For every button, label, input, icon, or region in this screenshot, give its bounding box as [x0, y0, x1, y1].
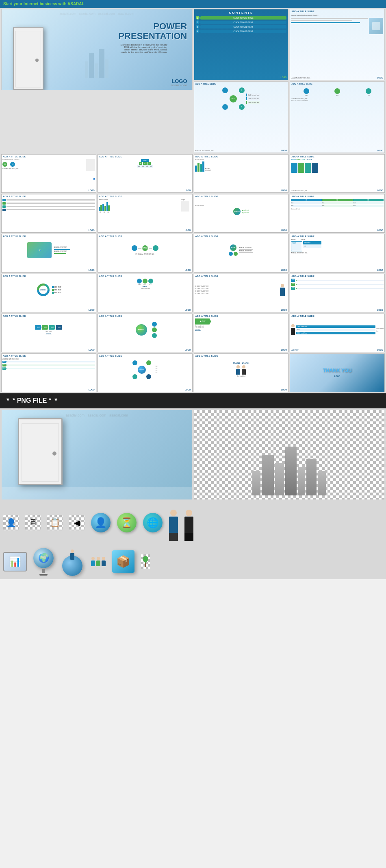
banner-brand: ASADAL: [67, 2, 85, 6]
icon-people-group: [91, 557, 106, 566]
thank-you-slide[interactable]: THANK YOU LOGO: [290, 353, 385, 392]
slide-row6-1[interactable]: ADD A TITLE SLIDE TEXT TEXT TEXT TEXT AD…: [1, 314, 96, 352]
slide-body: Asadal started its business... 09 10 ASA…: [2, 158, 96, 183]
slide-row2-2[interactable]: ADD A TITLE SLIDE TOP A B C sub sub sub …: [98, 154, 193, 193]
contents-slide[interactable]: CONTENTS 1 CLICK TO ADD TITLE 2 CLICK TO…: [194, 9, 289, 80]
slide-thumb-2[interactable]: ADD A TITLE SLIDE TEXT T T T T Click to …: [194, 81, 289, 153]
icon-doc-square: 📋: [47, 515, 63, 530]
icon-sapling: [141, 554, 150, 569]
banner-prefix: Start your Internet business with: [3, 2, 67, 6]
png-door-asset: asadal.com asadal.com asadal.com: [2, 410, 192, 499]
icon-package-box: 📦: [112, 550, 134, 573]
slide-row4-3[interactable]: ADD A TITLE SLIDE ASADAL ASADAL INTERNET…: [194, 234, 289, 273]
hero-logo: LOGO: [171, 78, 187, 84]
slide-row2-4[interactable]: ADD A TITLE SLIDE STEP 1 STEP 2 STEP 3 S…: [290, 154, 385, 193]
slide-thumb-1[interactable]: ADD A TITLE SLIDE Asadal started its bus…: [290, 9, 385, 80]
slide-row5-4[interactable]: ADD A TITLE SLIDE TEXT TEXT TEXT LOGO: [290, 274, 385, 312]
hero-subtitle: Started its business in Seoul Korea in F…: [118, 44, 167, 53]
icon-monitor-square: 🖥: [25, 515, 41, 530]
slide-row7-1[interactable]: ADD A TITLE SLIDE ASADAL INTERNET, INC. …: [1, 353, 96, 392]
slide-row2-1[interactable]: ADD A TITLE SLIDE Asadal started its bus…: [1, 154, 96, 193]
slide-row5-3[interactable]: ADD A TITLE SLIDE EL CLICK TO ADD TEXT E…: [194, 274, 289, 312]
top-banner: Start your Internet business with ASADAL: [0, 0, 386, 8]
slide-row3-3[interactable]: ADD A TITLE SLIDE Asadal started... ASAD…: [194, 194, 289, 233]
icon-clock-circle-green: ⏳: [117, 513, 137, 532]
slide-row7-2[interactable]: ADD A TITLE SLIDE ASADAL TEXTTEXTTEXTTEX…: [98, 353, 193, 392]
slide-row3-1[interactable]: ADD A TITLE SLIDE LOGO: [1, 194, 96, 233]
slide-row4-1[interactable]: ADD A TITLE SLIDE 🌍 ASADAL INTERNET ASAD…: [1, 234, 96, 273]
png-label: * PNG FILE *: [13, 397, 51, 404]
hero-title: POWERPRESENTATION: [118, 22, 187, 41]
slide-row7-3[interactable]: ADD A TITLE SLIDE ASADAL ASADAL Click to…: [194, 353, 289, 392]
contents-title: CONTENTS: [196, 11, 287, 15]
hero-slide[interactable]: asadal.com asadal.com asadal.com asadal.…: [1, 9, 193, 90]
thank-you-logo: LOGO: [334, 375, 340, 377]
icon-globe-stand: 🌍: [33, 548, 54, 576]
banner-text: Start your Internet business with ASADAL: [3, 2, 85, 6]
icon-globe-circle-teal: 🌐: [143, 513, 163, 532]
slide-title: ADD A TITLE SLIDE: [2, 155, 96, 158]
slide-row5-2[interactable]: ADD A TITLE SLIDE TEXT TEXT TEXT ASADAL …: [98, 274, 193, 312]
hero-logo-sub: INSERT LOGO: [171, 84, 187, 87]
business-woman: [184, 504, 193, 541]
icon-man-on-globe: [60, 547, 85, 576]
slide-row5-1[interactable]: ADD A TITLE SLIDE ASADAL ADD TEXT ADD TE…: [1, 274, 96, 312]
business-man: [169, 504, 178, 541]
png-city-asset: [194, 410, 384, 499]
png-section-divider: * * PNG FILE * *: [0, 393, 386, 408]
slide-row6-4[interactable]: ADD A TITLE SLIDE Click to add text text…: [290, 314, 385, 352]
slide-row6-3[interactable]: ADD A TITLE SLIDE ▶ TEXT Click to add te…: [194, 314, 289, 352]
slide-row6-2[interactable]: ADD A TITLE SLIDE ASADAL LOGO: [98, 314, 193, 352]
slide-row4-2[interactable]: ADD A TITLE SLIDE ASADAL PC ASADAL INTER…: [98, 234, 193, 273]
icon-person-square: 👤: [3, 515, 19, 530]
icon-arrow-square: ◀: [69, 515, 85, 530]
icon-person-circle-blue: 👤: [91, 513, 111, 532]
slide-row3-4[interactable]: ADD A TITLE SLIDE H1 H2 H3 text text tex…: [290, 194, 385, 233]
slide-row4-4[interactable]: ADD A TITLE SLIDE ASADALASADAL TEXT text…: [290, 234, 385, 273]
slide-row3-2[interactable]: ADD A TITLE SLIDE Asadal started... 05: [98, 194, 193, 233]
slide-row2-3[interactable]: ADD A TITLE SLIDE Asadal started... ASAD…: [194, 154, 289, 193]
slide-thumb-3[interactable]: ADD A TITLE SLIDE TEXT TEXT TEXT ASADAL …: [290, 81, 385, 153]
icon-chart-monitor: 📊: [3, 552, 27, 571]
thank-you-text: THANK YOU: [323, 368, 352, 373]
